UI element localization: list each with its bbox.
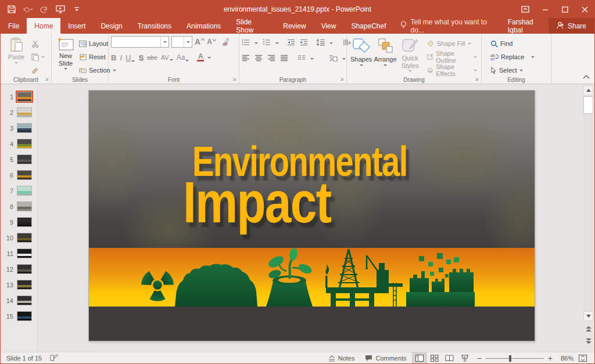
slide-thumbnail-row[interactable]: 8 xyxy=(1,199,37,214)
slide-thumbnail-row[interactable]: 5 xyxy=(1,152,37,167)
next-slide-button[interactable] xyxy=(584,336,593,345)
zoom-out-button[interactable]: − xyxy=(477,354,482,363)
slide-thumbnail[interactable] xyxy=(17,264,32,274)
zoom-percentage[interactable]: 86% xyxy=(557,355,574,362)
bold-button[interactable]: B xyxy=(111,53,116,62)
shape-effects-button[interactable]: Shape Effects xyxy=(425,64,479,76)
slide-thumbnail-row[interactable]: 4 xyxy=(1,136,37,152)
slide-thumbnail-row[interactable]: 13 xyxy=(1,277,37,293)
slide-thumbnail[interactable] xyxy=(17,154,32,164)
minimize-icon[interactable] xyxy=(535,1,555,18)
slide-thumbnail-row[interactable]: 14 xyxy=(1,293,37,308)
character-spacing-button[interactable]: AV xyxy=(161,54,173,61)
scrollbar-thumb[interactable] xyxy=(583,96,593,114)
tab-view[interactable]: View xyxy=(314,18,344,34)
italic-button[interactable]: I xyxy=(120,53,122,62)
font-color-caret-icon[interactable] xyxy=(207,57,211,59)
slide-title-line2[interactable]: Impact xyxy=(183,173,331,231)
slide-thumbnail-row[interactable]: 10 xyxy=(1,230,37,246)
underline-button[interactable]: U xyxy=(126,53,135,62)
maximize-icon[interactable] xyxy=(555,1,575,18)
decrease-indent-button[interactable] xyxy=(287,38,295,48)
columns-button[interactable] xyxy=(298,53,306,64)
slide-thumbnail[interactable] xyxy=(17,311,32,321)
slide-thumbnail-row[interactable]: 1 xyxy=(1,89,37,104)
normal-view-button[interactable] xyxy=(412,352,427,364)
tab-file[interactable]: File xyxy=(1,18,27,34)
change-case-button[interactable]: Aa xyxy=(177,53,189,62)
drawing-dialog-launcher-icon[interactable]: ⇲ xyxy=(474,77,479,82)
slide-thumbnail[interactable] xyxy=(17,170,32,180)
quick-styles-button[interactable]: Quick Styles xyxy=(397,36,423,72)
start-from-beginning-icon[interactable] xyxy=(55,4,66,15)
line-spacing-button[interactable] xyxy=(316,38,325,48)
tell-me-box[interactable]: Tell me what you want to do... xyxy=(393,18,500,34)
bullets-button[interactable] xyxy=(242,38,250,48)
slide-thumbnail-row[interactable]: 3 xyxy=(1,120,37,136)
font-color-button[interactable]: A xyxy=(197,53,204,62)
slide-thumbnail[interactable] xyxy=(17,248,32,258)
collapse-ribbon-button[interactable] xyxy=(583,71,590,81)
slide-thumbnail[interactable] xyxy=(17,139,32,149)
shape-outline-button[interactable]: Shape Outline xyxy=(425,51,479,63)
previous-slide-button[interactable] xyxy=(584,325,593,334)
font-dialog-launcher-icon[interactable]: ⇲ xyxy=(231,77,237,82)
arrange-button[interactable]: Arrange xyxy=(373,36,397,66)
fit-slide-to-window-button[interactable] xyxy=(574,352,592,364)
share-button[interactable]: Share xyxy=(549,18,594,34)
zoom-slider[interactable] xyxy=(486,352,544,364)
new-slide-button[interactable]: New Slide xyxy=(54,36,77,70)
align-left-button[interactable] xyxy=(242,53,250,64)
tab-slide-show[interactable]: Slide Show xyxy=(228,18,275,34)
slide-thumbnail[interactable] xyxy=(17,295,32,305)
decrease-font-size-button[interactable]: A xyxy=(207,38,216,46)
increase-font-size-button[interactable]: A xyxy=(195,37,205,46)
strikethrough-button[interactable]: abc xyxy=(147,54,157,61)
copy-button[interactable] xyxy=(30,51,46,63)
tab-animations[interactable]: Animations xyxy=(179,18,228,34)
slide-thumbnail-row[interactable]: 7 xyxy=(1,183,37,199)
user-name[interactable]: Farshad Iqbal xyxy=(501,18,549,34)
justify-button[interactable] xyxy=(280,53,288,64)
close-icon[interactable] xyxy=(575,1,594,18)
slide-thumbnail[interactable] xyxy=(17,280,32,290)
slide-thumbnail[interactable] xyxy=(17,92,32,102)
slide-canvas[interactable]: Environmental Impact xyxy=(89,91,535,341)
slide-thumbnail-row[interactable]: 11 xyxy=(1,246,37,261)
clear-formatting-button[interactable] xyxy=(222,38,231,46)
find-button[interactable]: Find xyxy=(489,38,536,49)
select-button[interactable]: Select xyxy=(489,64,536,76)
slide-counter[interactable]: Slide 1 of 15 xyxy=(6,355,42,362)
slide-thumbnail[interactable] xyxy=(17,107,32,117)
numbering-button[interactable] xyxy=(263,38,271,48)
paste-button[interactable]: Paste xyxy=(3,36,30,64)
tab-home[interactable]: Home xyxy=(27,18,60,34)
shapes-button[interactable]: Shapes xyxy=(349,36,373,66)
align-center-button[interactable] xyxy=(255,53,263,64)
notes-button[interactable]: Notes xyxy=(323,352,360,364)
tab-design[interactable]: Design xyxy=(93,18,130,34)
increase-indent-button[interactable] xyxy=(300,38,308,48)
undo-icon[interactable] xyxy=(23,4,33,15)
slide-thumbnail-row[interactable]: 12 xyxy=(1,261,37,277)
slide-thumbnail[interactable] xyxy=(17,123,32,133)
slide-thumbnail-row[interactable]: 6 xyxy=(1,167,37,183)
align-right-button[interactable] xyxy=(267,53,275,64)
tab-transitions[interactable]: Transitions xyxy=(130,18,179,34)
redo-icon[interactable] xyxy=(39,4,49,15)
tab-shapechef[interactable]: ShapeChef xyxy=(343,18,393,34)
customize-qat-icon[interactable] xyxy=(71,4,82,15)
shadow-button[interactable]: S xyxy=(138,53,144,62)
font-size-combo[interactable] xyxy=(171,36,192,48)
slide-thumbnail[interactable] xyxy=(17,186,32,196)
scroll-down-icon[interactable] xyxy=(583,311,593,321)
cut-button[interactable] xyxy=(30,38,46,49)
paragraph-dialog-launcher-icon[interactable]: ⇲ xyxy=(339,77,345,82)
slide-thumbnail-row[interactable]: 2 xyxy=(1,104,37,120)
scrollbar-track[interactable] xyxy=(583,85,593,321)
slide-thumbnail-row[interactable]: 15 xyxy=(1,308,37,324)
convert-to-smartart-button[interactable] xyxy=(329,53,338,64)
zoom-in-button[interactable]: + xyxy=(548,354,553,363)
slide-thumbnail-row[interactable]: 9 xyxy=(1,214,37,230)
slide-thumbnail[interactable] xyxy=(17,201,32,211)
